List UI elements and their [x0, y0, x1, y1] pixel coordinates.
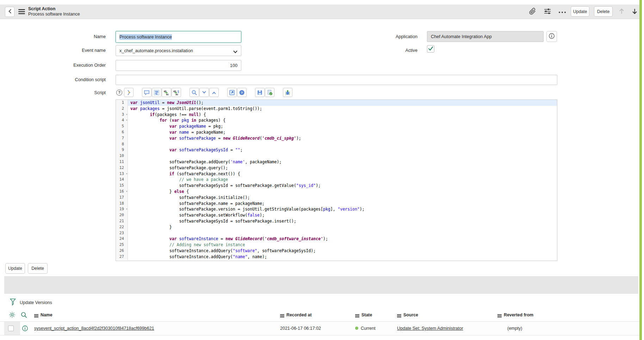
column-menu-icon[interactable]	[280, 314, 284, 317]
code-line[interactable]: 2var packages = jsonUtil.parse(event.par…	[116, 106, 557, 112]
code-line[interactable]: 10	[116, 153, 557, 159]
editor-help-button[interactable]: ?	[237, 88, 247, 97]
code-line[interactable]: 13▾ if (softwarePackage.next()) {	[116, 171, 557, 177]
code-line[interactable]: 12 softwarePackage.query();	[116, 165, 557, 171]
code-line[interactable]: 9 var softwarePackageSysId = "";	[116, 147, 557, 153]
find-previous-button[interactable]	[209, 88, 219, 97]
line-number: 20	[116, 212, 128, 218]
code-line[interactable]: 15 softwarePackageSysId = softwarePackag…	[116, 183, 557, 189]
column-header-name[interactable]: Name	[34, 312, 52, 317]
code-line[interactable]: 24 var softwareInstance = new GlideRecor…	[116, 236, 557, 242]
column-header-state[interactable]: State	[355, 312, 372, 317]
line-number: 1	[116, 100, 128, 106]
column-header-recorded-at[interactable]: Recorded at	[280, 312, 312, 317]
code-line[interactable]: 5 var packageName = pkg;	[116, 123, 557, 129]
code-line[interactable]: 11 softwarePackage.addQuery('name', pack…	[116, 159, 557, 165]
fold-marker-icon[interactable]: ▾	[126, 206, 128, 212]
update-button-header[interactable]: Update	[571, 6, 589, 17]
application-reference-info-button[interactable]	[546, 31, 557, 42]
code-line[interactable]: 22 }	[116, 224, 557, 230]
column-menu-icon[interactable]	[355, 314, 359, 317]
fold-marker-icon[interactable]: ▾	[126, 189, 128, 195]
list-breadcrumb[interactable]: Update Versions	[20, 300, 52, 305]
line-number: 25	[116, 242, 128, 248]
toggle-comment-button[interactable]	[142, 88, 151, 97]
back-button[interactable]	[5, 7, 14, 17]
code-line[interactable]: 8	[116, 141, 557, 147]
fold-marker-icon[interactable]: ▾	[126, 112, 128, 118]
delete-button-header[interactable]: Delete	[594, 6, 613, 17]
name-input[interactable]: Process software Instance	[116, 31, 241, 43]
versions-table-header: Name Recorded at State Source Reverted f…	[0, 309, 639, 321]
source-link[interactable]: Update Set: System Administrator	[397, 326, 463, 331]
column-menu-icon[interactable]	[34, 314, 38, 317]
code-line[interactable]: 14 // we have a package	[116, 177, 557, 183]
form-context-menu-icon[interactable]	[18, 9, 25, 14]
attachment-button[interactable]	[528, 8, 537, 16]
column-menu-icon[interactable]	[497, 314, 502, 317]
page-title: Script Action	[28, 6, 80, 12]
syntax-editor-toggle-icon	[126, 90, 132, 96]
open-in-new-window-button[interactable]	[227, 88, 237, 97]
event-name-label: Event name	[21, 48, 106, 53]
delete-button-footer[interactable]: Delete	[28, 263, 48, 274]
line-number: 10	[116, 153, 128, 159]
code-line[interactable]: 25 // Adding new software instance	[116, 242, 557, 248]
debug-button[interactable]	[283, 88, 292, 97]
format-code-button[interactable]	[152, 88, 161, 97]
code-line[interactable]: 23	[116, 230, 557, 236]
syntax-editor-toggle-button[interactable]	[124, 88, 134, 97]
line-number: 7	[116, 135, 128, 141]
replace-button[interactable]: abac	[162, 88, 171, 97]
update-button-footer[interactable]: Update	[5, 263, 25, 274]
code-line[interactable]: 17 softwarePackage.initialize();	[116, 195, 557, 201]
more-options-button[interactable]	[558, 8, 566, 16]
list-settings-gear-icon[interactable]	[9, 311, 16, 320]
line-number: 26	[116, 248, 128, 254]
replace-all-button[interactable]: abac	[172, 88, 181, 97]
fold-marker-icon[interactable]: ▾	[126, 117, 128, 123]
fold-marker-icon[interactable]: ▾	[126, 171, 128, 177]
code-line[interactable]: 20 softwarePackage.setWorkflow(false);	[116, 212, 557, 218]
code-line[interactable]: 19▾ softwarePackage.version = jsonUtil.g…	[116, 206, 557, 212]
row-preview-info-icon[interactable]	[22, 325, 28, 333]
previous-record-button[interactable]	[617, 8, 626, 16]
code-line[interactable]: 1var jsonUtil = new JsonUtil();	[116, 100, 557, 106]
code-line[interactable]: 16▾ } else {	[116, 189, 557, 195]
code-line[interactable]: 7 var softwarePackage = new GlideRecord(…	[116, 135, 557, 141]
list-column-search-icon[interactable]	[21, 312, 27, 320]
code-line[interactable]: 27 softwareInstance.addQuery("name", nam…	[116, 254, 557, 260]
search-button[interactable]	[190, 88, 199, 97]
line-number: 11	[116, 159, 128, 165]
code-line[interactable]: 18 softwarePackage.name = packageName;	[116, 201, 557, 207]
personalize-form-button[interactable]	[543, 8, 552, 16]
execution-order-input[interactable]: 100	[116, 60, 241, 71]
column-header-source[interactable]: Source	[397, 312, 418, 317]
record-title-block: Script Action Process software Instance	[28, 6, 80, 17]
save-button[interactable]	[255, 88, 265, 97]
event-name-select[interactable]: x_chef_automate.process.installation	[116, 45, 241, 56]
line-number: 5	[116, 123, 128, 129]
filter-funnel-icon[interactable]	[10, 298, 16, 307]
code-line[interactable]: 21 softwarePackageSysId = softwarePackag…	[116, 218, 557, 224]
script-code-editor[interactable]: 1var jsonUtil = new JsonUtil();2var pack…	[116, 99, 557, 261]
next-record-button[interactable]	[630, 8, 639, 16]
line-number: 14	[116, 177, 128, 183]
code-line[interactable]: 6 var name = packageName;	[116, 129, 557, 135]
code-line[interactable]: 4▾ for (var pkg in packages) {	[116, 117, 557, 123]
code-line[interactable]: 26 softwareInstance.addQuery("software",…	[116, 248, 557, 254]
find-next-button[interactable]	[199, 88, 209, 97]
script-help-icon[interactable]: ?	[116, 90, 122, 96]
condition-script-input[interactable]	[116, 75, 557, 85]
column-header-reverted-from[interactable]: Reverted from	[497, 312, 533, 317]
version-name-link[interactable]: sysevent_script_action_8acd4f2d2f303010f…	[34, 326, 154, 331]
code-line[interactable]: 3▾ if(packages !== null) {	[116, 112, 557, 118]
row-checkbox-cell	[4, 322, 20, 335]
column-menu-icon[interactable]	[397, 314, 401, 317]
application-field-readonly: Chef Automate Integration App	[427, 31, 544, 42]
syntax-check-button[interactable]	[265, 88, 274, 97]
row-checkbox[interactable]	[8, 326, 14, 331]
more-horizontal-icon	[558, 9, 566, 15]
chevron-left-icon	[8, 9, 12, 15]
active-checkbox[interactable]	[427, 45, 434, 53]
